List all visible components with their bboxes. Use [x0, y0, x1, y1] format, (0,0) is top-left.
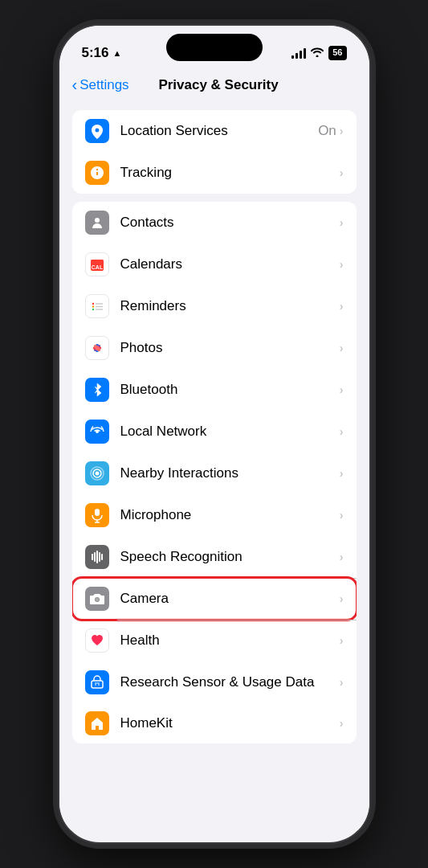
homekit-label: HomeKit: [120, 715, 340, 731]
signal-bar-3: [300, 51, 302, 59]
tracking-label: Tracking: [120, 165, 340, 181]
photos-icon: [85, 336, 109, 360]
camera-icon: [85, 587, 109, 611]
bluetooth-icon: [85, 378, 109, 402]
list-item-location-services[interactable]: Location Services On ›: [72, 110, 357, 152]
speech-recognition-label: Speech Recognition: [120, 549, 340, 565]
calendars-chevron: ›: [340, 258, 344, 271]
svg-rect-28: [94, 552, 96, 562]
signal-bar-4: [304, 48, 306, 59]
svg-text:CAL: CAL: [91, 264, 103, 270]
location-services-label: Location Services: [120, 123, 319, 139]
svg-point-21: [95, 472, 99, 476]
microphone-label: Microphone: [120, 507, 340, 523]
list-item-speech-recognition[interactable]: Speech Recognition ›: [72, 536, 357, 578]
back-label: Settings: [79, 77, 128, 93]
time-display: 5:16: [82, 45, 109, 61]
svg-point-6: [92, 303, 93, 305]
calendars-icon: CAL: [85, 252, 109, 276]
list-item-photos[interactable]: Photos ›: [72, 327, 357, 369]
health-chevron: ›: [340, 634, 344, 647]
page-title: Privacy & Security: [129, 77, 308, 93]
list-item-bluetooth[interactable]: Bluetooth ›: [72, 369, 357, 411]
local-network-chevron: ›: [340, 425, 344, 438]
svg-rect-24: [95, 509, 100, 516]
microphone-chevron: ›: [340, 509, 344, 522]
svg-rect-29: [96, 551, 98, 563]
signal-bar-1: [291, 55, 294, 59]
svg-rect-30: [99, 552, 100, 562]
svg-rect-27: [92, 554, 93, 560]
health-icon: [85, 628, 109, 653]
list-item-health[interactable]: Health ›: [72, 620, 357, 661]
dynamic-island: [166, 34, 263, 61]
location-services-icon: [85, 119, 109, 143]
location-arrow-icon: ▲: [113, 48, 122, 58]
health-label: Health: [120, 633, 340, 649]
wifi-icon: [311, 47, 324, 59]
battery-level: 56: [332, 47, 342, 57]
list-item-homekit[interactable]: HomeKit ›: [72, 703, 357, 743]
svg-point-0: [95, 218, 100, 223]
list-item-contacts[interactable]: Contacts ›: [72, 202, 357, 244]
nearby-interactions-icon: [85, 461, 109, 485]
list-item-microphone[interactable]: Microphone ›: [72, 494, 357, 536]
reminders-label: Reminders: [120, 298, 340, 314]
calendars-label: Calendars: [120, 256, 340, 272]
bluetooth-label: Bluetooth: [120, 382, 340, 398]
reminders-chevron: ›: [340, 300, 344, 313]
svg-rect-31: [101, 554, 103, 560]
reminders-icon: [85, 294, 109, 318]
signal-bar-2: [296, 53, 298, 59]
location-services-chevron: ›: [340, 125, 344, 137]
list-item-tracking[interactable]: Tracking ›: [72, 152, 357, 194]
homekit-icon: [85, 711, 109, 735]
contacts-label: Contacts: [120, 215, 340, 231]
tracking-chevron: ›: [340, 166, 344, 179]
svg-point-33: [96, 598, 99, 601]
back-chevron-icon: ‹: [72, 76, 78, 94]
contacts-icon: [85, 211, 109, 235]
phone-frame: 5:16 ▲ 56 ‹ Set: [58, 24, 371, 844]
bluetooth-chevron: ›: [340, 383, 344, 396]
list-item-camera[interactable]: Camera ›: [72, 578, 357, 620]
research-sensor-icon: [85, 670, 109, 694]
photos-chevron: ›: [340, 342, 344, 354]
battery-indicator: 56: [328, 46, 346, 59]
list-item-calendars[interactable]: CAL Calendars ›: [72, 244, 357, 285]
speech-recognition-icon: [85, 545, 109, 569]
svg-point-7: [92, 305, 93, 307]
list-item-reminders[interactable]: Reminders ›: [72, 285, 357, 327]
content-area: Location Services On › Tracking ›: [59, 102, 369, 830]
back-button[interactable]: ‹ Settings: [72, 76, 129, 94]
camera-label: Camera: [120, 591, 340, 607]
nearby-interactions-chevron: ›: [340, 467, 344, 480]
research-sensor-label: Research Sensor & Usage Data: [120, 674, 340, 690]
homekit-chevron: ›: [340, 717, 344, 730]
list-item-local-network[interactable]: Local Network ›: [72, 411, 357, 452]
signal-bars: [291, 47, 306, 59]
nav-bar: ‹ Settings Privacy & Security: [59, 69, 369, 102]
section-permissions: Contacts › CAL Calendars ›: [72, 202, 357, 743]
nearby-interactions-label: Nearby Interactions: [120, 465, 340, 481]
list-item-research-sensor[interactable]: Research Sensor & Usage Data ›: [72, 661, 357, 703]
local-network-icon: [85, 420, 109, 444]
status-time: 5:16 ▲: [82, 45, 122, 61]
photos-label: Photos: [120, 340, 340, 356]
contacts-chevron: ›: [340, 216, 344, 229]
section-location: Location Services On › Tracking ›: [72, 110, 357, 194]
tracking-icon: [85, 161, 109, 185]
speech-recognition-chevron: ›: [340, 551, 344, 563]
microphone-icon: [85, 503, 109, 527]
list-item-nearby-interactions[interactable]: Nearby Interactions ›: [72, 452, 357, 494]
camera-chevron: ›: [340, 592, 344, 605]
svg-rect-3: [91, 262, 104, 264]
local-network-label: Local Network: [120, 424, 340, 440]
svg-rect-34: [92, 681, 103, 688]
research-sensor-chevron: ›: [340, 676, 344, 689]
location-services-value: On: [318, 123, 336, 139]
status-right: 56: [291, 46, 346, 59]
svg-point-8: [92, 309, 93, 310]
